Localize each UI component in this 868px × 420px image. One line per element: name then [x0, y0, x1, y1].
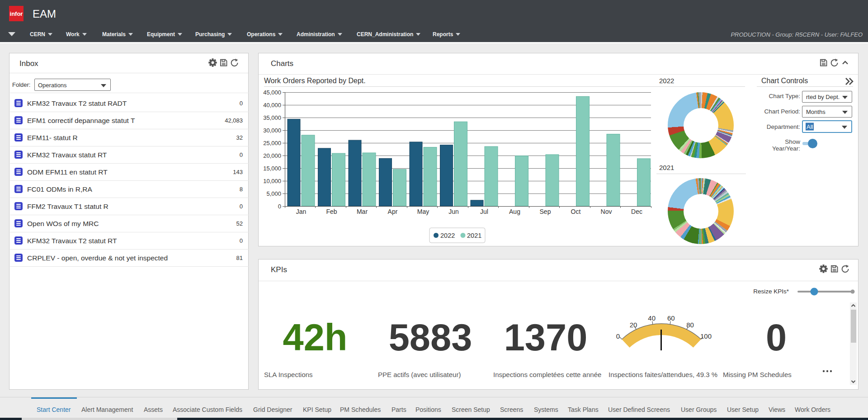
- svg-text:2022: 2022: [440, 232, 455, 239]
- svg-text:Sep: Sep: [540, 208, 551, 215]
- svg-text:25,000: 25,000: [263, 140, 281, 146]
- svg-text:20,000: 20,000: [263, 152, 281, 159]
- svg-text:0: 0: [616, 332, 620, 340]
- svg-text:Dec: Dec: [631, 208, 642, 215]
- svg-text:Apr: Apr: [388, 208, 398, 215]
- svg-text:Jun: Jun: [448, 208, 459, 215]
- svg-text:10,000: 10,000: [263, 178, 281, 184]
- svg-text:45,000: 45,000: [263, 89, 281, 96]
- svg-text:40: 40: [648, 314, 656, 322]
- svg-text:35,000: 35,000: [263, 114, 281, 121]
- svg-text:Nov: Nov: [601, 208, 612, 215]
- svg-text:5,000: 5,000: [266, 190, 281, 197]
- svg-text:80: 80: [686, 321, 694, 329]
- svg-text:Mar: Mar: [357, 208, 368, 215]
- svg-text:Jul: Jul: [480, 208, 488, 215]
- svg-text:30,000: 30,000: [263, 127, 281, 134]
- svg-text:15,000: 15,000: [263, 165, 281, 172]
- svg-text:May: May: [417, 208, 429, 215]
- svg-text:2021: 2021: [467, 232, 481, 239]
- svg-text:Aug: Aug: [509, 208, 520, 215]
- svg-text:100: 100: [700, 332, 712, 340]
- svg-text:20: 20: [630, 321, 637, 329]
- svg-text:0: 0: [278, 203, 281, 210]
- svg-text:40,000: 40,000: [263, 102, 281, 109]
- svg-text:Oct: Oct: [571, 208, 581, 215]
- svg-text:Jan: Jan: [296, 208, 307, 215]
- svg-text:60: 60: [667, 314, 675, 322]
- svg-text:Feb: Feb: [326, 208, 337, 215]
